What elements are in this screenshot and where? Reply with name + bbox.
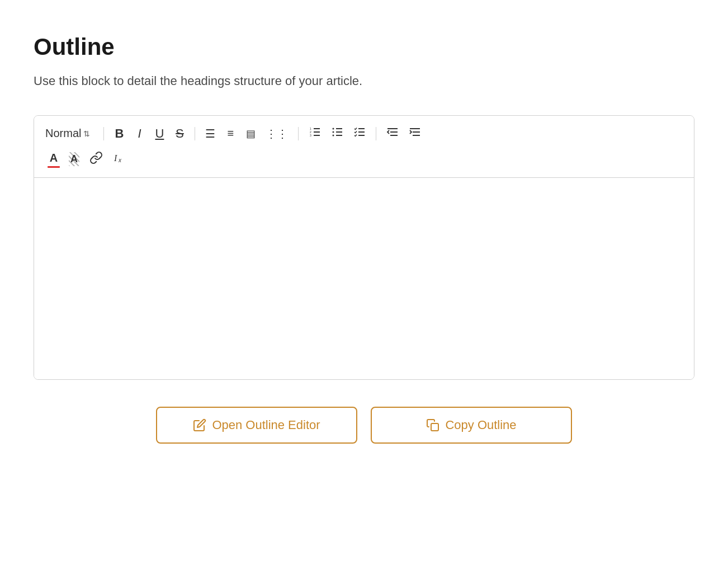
svg-point-10 — [333, 131, 334, 133]
svg-rect-23 — [431, 423, 438, 431]
open-outline-editor-button[interactable]: Open Outline Editor — [156, 407, 357, 444]
outdent-icon — [386, 126, 399, 141]
copy-outline-button[interactable]: Copy Outline — [371, 407, 572, 444]
clear-formatting-button[interactable]: I x — [110, 149, 130, 170]
chevron-updown-icon: ⇅ — [83, 129, 90, 138]
outdent-button[interactable] — [383, 124, 402, 143]
open-editor-label: Open Outline Editor — [212, 418, 320, 432]
align-left-button[interactable]: ☰ — [202, 125, 219, 143]
divider-1 — [103, 127, 104, 140]
svg-point-11 — [333, 135, 334, 136]
svg-text:I: I — [114, 153, 117, 163]
italic-button[interactable]: I — [131, 124, 148, 143]
font-highlight-icon: A — [69, 152, 79, 166]
link-icon — [89, 151, 103, 167]
editor-content[interactable] — [34, 178, 694, 379]
svg-text:x: x — [118, 157, 122, 163]
divider-2 — [195, 127, 195, 140]
copy-outline-label: Copy Outline — [445, 418, 516, 432]
font-highlight-button[interactable]: A — [65, 150, 83, 168]
svg-text:3: 3 — [310, 134, 311, 137]
action-buttons-row: Open Outline Editor Copy Outline — [34, 407, 694, 444]
strikethrough-button[interactable]: S — [171, 124, 188, 143]
underline-button[interactable]: U — [151, 124, 168, 143]
bold-button[interactable]: B — [111, 124, 127, 143]
svg-point-9 — [333, 128, 334, 130]
copy-icon — [426, 418, 439, 432]
unordered-list-button[interactable] — [328, 124, 347, 143]
align-right-icon: ▤ — [246, 128, 256, 140]
page-description: Use this block to detail the headings st… — [34, 74, 694, 88]
font-color-button[interactable]: A — [45, 149, 62, 169]
page-title: Outline — [34, 34, 694, 60]
ordered-list-icon: 1 2 3 — [309, 126, 321, 141]
checklist-icon — [353, 126, 366, 141]
indent-button[interactable] — [405, 124, 424, 143]
toolbar-row-1: Normal ⇅ B I U S ☰ — [45, 124, 683, 143]
ordered-list-button[interactable]: 1 2 3 — [305, 124, 324, 143]
editor-container: Normal ⇅ B I U S ☰ — [34, 115, 694, 380]
align-center-icon: ≡ — [228, 127, 234, 140]
font-color-underline — [48, 166, 60, 168]
checklist-button[interactable] — [350, 124, 369, 143]
font-color-icon: A — [50, 152, 58, 164]
divider-3 — [298, 127, 299, 140]
style-selector[interactable]: Normal ⇅ — [45, 127, 90, 140]
link-button[interactable] — [86, 149, 106, 170]
unordered-list-icon — [331, 126, 343, 141]
align-center-button[interactable]: ≡ — [222, 125, 239, 142]
toolbar-row-2: A A I x — [45, 149, 683, 170]
style-label: Normal — [45, 127, 81, 140]
align-left-icon: ☰ — [205, 127, 215, 140]
indent-icon — [409, 126, 421, 141]
divider-4 — [376, 127, 376, 140]
align-right-button[interactable]: ▤ — [242, 125, 259, 142]
justify-icon: ⋮⋮ — [266, 127, 288, 140]
justify-button[interactable]: ⋮⋮ — [262, 125, 291, 143]
clear-formatting-icon: I x — [113, 151, 126, 167]
edit-icon — [193, 418, 206, 432]
toolbar: Normal ⇅ B I U S ☰ — [34, 116, 694, 178]
